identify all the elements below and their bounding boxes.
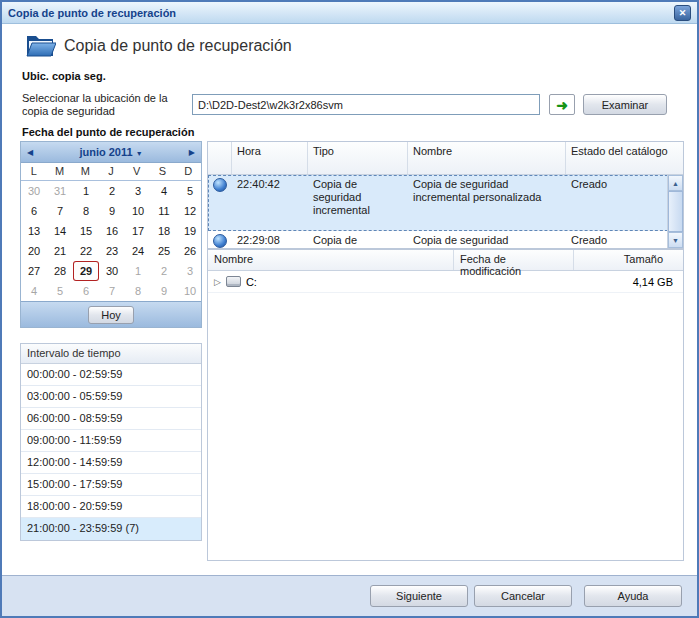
calendar-day[interactable]: 7: [47, 201, 73, 221]
calendar-next-button[interactable]: ▶: [189, 148, 195, 157]
column-header-icon: [208, 142, 232, 174]
footer-buttons: Siguiente Cancelar Ayuda: [370, 585, 682, 607]
calendar-day[interactable]: 2: [99, 181, 125, 201]
calendar-day[interactable]: 14: [47, 221, 73, 241]
today-button[interactable]: Hoy: [88, 306, 134, 324]
time-interval-item[interactable]: 12:00:00 - 14:59:59: [21, 452, 201, 474]
recovery-point-type: Copia de seguridad incremental: [308, 175, 408, 230]
column-header-tipo[interactable]: Tipo: [308, 142, 408, 174]
calendar-day[interactable]: 10: [125, 201, 151, 221]
calendar-day[interactable]: 9: [151, 281, 177, 301]
time-interval-item[interactable]: 09:00:00 - 11:59:59: [21, 430, 201, 452]
time-interval-item[interactable]: 00:00:00 - 02:59:59: [21, 364, 201, 386]
calendar-day[interactable]: 30: [99, 261, 125, 281]
time-interval-panel: Intervalo de tiempo 00:00:00 - 02:59:590…: [20, 343, 202, 541]
calendar-day[interactable]: 29: [73, 261, 99, 281]
calendar-day[interactable]: 28: [47, 261, 73, 281]
recovery-point-name: Copia de seguridad incremental: [408, 231, 566, 249]
scroll-down-button[interactable]: ▼: [668, 232, 683, 248]
calendar-day[interactable]: 1: [73, 181, 99, 201]
calendar-day[interactable]: 20: [21, 241, 47, 261]
calendar-day[interactable]: 27: [21, 261, 47, 281]
time-interval-item[interactable]: 18:00:00 - 20:59:59: [21, 496, 201, 518]
time-interval-item[interactable]: 15:00:00 - 17:59:59: [21, 474, 201, 496]
column-header-hora[interactable]: Hora: [232, 142, 308, 174]
backup-point-icon: [213, 178, 227, 192]
vertical-scrollbar[interactable]: ▲ ▼: [667, 175, 683, 248]
calendar-day[interactable]: 2: [151, 261, 177, 281]
calendar-day[interactable]: 23: [99, 241, 125, 261]
calendar-day[interactable]: 22: [73, 241, 99, 261]
drive-icon: [226, 276, 241, 287]
calendar-day[interactable]: 30: [21, 181, 47, 201]
calendar-day[interactable]: 19: [177, 221, 203, 241]
next-button[interactable]: Siguiente: [370, 585, 468, 607]
calendar-day[interactable]: 3: [125, 181, 151, 201]
calendar-day[interactable]: 25: [151, 241, 177, 261]
recovery-point-row[interactable]: 22:40:42Copia de seguridad incrementalCo…: [208, 175, 683, 231]
column-header-estado[interactable]: Estado del catálogo: [566, 142, 683, 174]
calendar-dayname-label: J: [98, 163, 124, 180]
calendar-dayname-label: D: [175, 163, 201, 180]
calendar-day[interactable]: 11: [151, 201, 177, 221]
volume-row[interactable]: ▷C:4,14 GB: [208, 271, 683, 293]
calendar-month-selector[interactable]: junio 2011 ▼: [33, 146, 189, 158]
calendar: ◀ junio 2011 ▼ ▶ LMMJVSD 303112345678910…: [20, 141, 202, 328]
backup-point-icon: [213, 234, 227, 248]
calendar-day[interactable]: 6: [73, 281, 99, 301]
column-header-fecha-modificacion[interactable]: Fecha de modificación: [453, 250, 573, 270]
calendar-day[interactable]: 31: [47, 181, 73, 201]
calendar-month-label: junio 2011: [79, 146, 132, 158]
calendar-day[interactable]: 24: [125, 241, 151, 261]
column-header-nombre[interactable]: Nombre: [408, 142, 566, 174]
calendar-day[interactable]: 7: [99, 281, 125, 301]
recovery-points-body: 22:40:42Copia de seguridad incrementalCo…: [208, 175, 683, 249]
calendar-day[interactable]: 8: [125, 281, 151, 301]
recovery-point-row[interactable]: 22:29:08Copia de seguridad incrementalCo…: [208, 231, 683, 249]
column-header-volume-nombre[interactable]: Nombre: [208, 250, 453, 270]
page-header: Copia de punto de recuperación: [24, 32, 292, 60]
calendar-day[interactable]: 16: [99, 221, 125, 241]
calendar-day[interactable]: 10: [177, 281, 203, 301]
calendar-day[interactable]: 8: [73, 201, 99, 221]
calendar-grid: 3031123456789101112131415161718192021222…: [21, 181, 203, 301]
close-icon: ✕: [679, 8, 687, 18]
calendar-day[interactable]: 5: [47, 281, 73, 301]
go-button[interactable]: ➜: [549, 94, 575, 115]
title-bar: Copia de punto de recuperación ✕: [2, 2, 697, 24]
volumes-header-row: Nombre Fecha de modificación Tamaño: [208, 250, 683, 271]
time-interval-item[interactable]: 03:00:00 - 05:59:59: [21, 386, 201, 408]
volume-size: 4,14 GB: [573, 276, 683, 288]
calendar-dayname-label: V: [124, 163, 150, 180]
column-header-tamano[interactable]: Tamaño: [573, 250, 683, 270]
calendar-day[interactable]: 21: [47, 241, 73, 261]
cancel-button[interactable]: Cancelar: [474, 585, 572, 607]
help-button[interactable]: Ayuda: [584, 585, 682, 607]
browse-button[interactable]: Examinar: [583, 94, 667, 115]
calendar-day[interactable]: 4: [151, 181, 177, 201]
scroll-up-button[interactable]: ▲: [668, 175, 683, 191]
volumes-table: Nombre Fecha de modificación Tamaño ▷C:4…: [207, 249, 684, 561]
recovery-point-status: Creado: [566, 175, 654, 230]
calendar-day[interactable]: 17: [125, 221, 151, 241]
calendar-day[interactable]: 4: [21, 281, 47, 301]
calendar-day[interactable]: 6: [21, 201, 47, 221]
scroll-thumb[interactable]: [668, 191, 683, 232]
time-interval-item[interactable]: 06:00:00 - 08:59:59: [21, 408, 201, 430]
page-title: Copia de punto de recuperación: [64, 37, 292, 55]
calendar-day[interactable]: 5: [177, 181, 203, 201]
calendar-day[interactable]: 3: [177, 261, 203, 281]
time-interval-item[interactable]: 21:00:00 - 23:59:59 (7): [21, 518, 201, 540]
expand-arrow-icon[interactable]: ▷: [214, 277, 221, 287]
calendar-day[interactable]: 1: [125, 261, 151, 281]
backup-location-input[interactable]: [192, 94, 540, 115]
recovery-point-name: Copia de seguridad incremental personali…: [408, 175, 566, 230]
calendar-day[interactable]: 18: [151, 221, 177, 241]
close-button[interactable]: ✕: [674, 5, 691, 21]
volumes-body: ▷C:4,14 GB: [208, 271, 683, 293]
calendar-day[interactable]: 13: [21, 221, 47, 241]
calendar-day[interactable]: 26: [177, 241, 203, 261]
calendar-day[interactable]: 15: [73, 221, 99, 241]
calendar-day[interactable]: 12: [177, 201, 203, 221]
calendar-day[interactable]: 9: [99, 201, 125, 221]
